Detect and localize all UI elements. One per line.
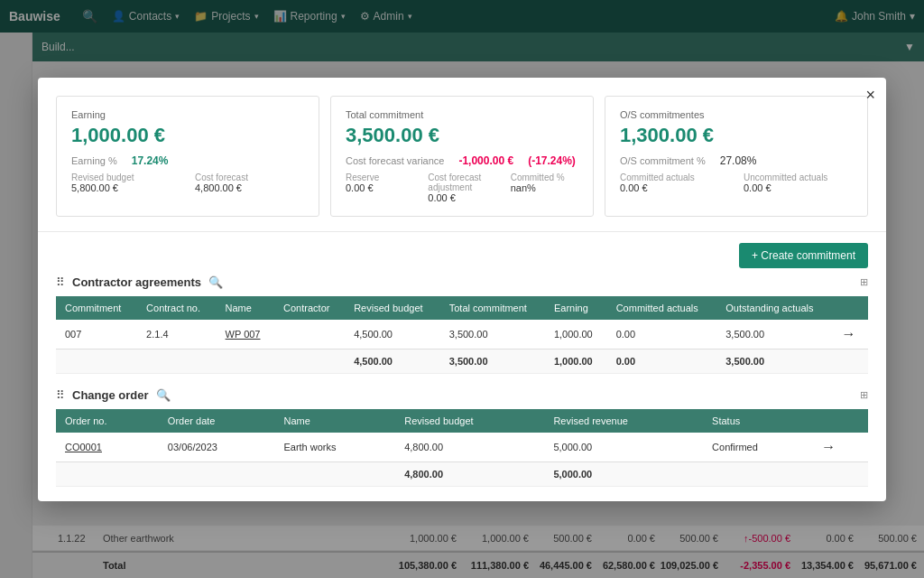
cell-revised-budget: 4,500.00 xyxy=(345,320,440,350)
cell-revised-revenue: 5,000.00 xyxy=(544,461,703,486)
change-order-header: ⠿ Change order 🔍 ⊞ xyxy=(56,388,868,402)
contractor-table-body: 007 2.1.4 WP 007 4,500.00 3,500.00 1,000… xyxy=(56,320,868,374)
cell-co-arrow xyxy=(812,461,868,486)
col-revised-revenue: Revised revenue xyxy=(544,409,703,433)
cell-co-revised-budget: 4,800.00 xyxy=(395,433,544,462)
change-order-table: Order no. Order date Name Revised budget… xyxy=(56,409,868,487)
col-outstanding-actuals: Outstanding actuals xyxy=(716,296,832,320)
change-order-title: Change order xyxy=(72,388,149,402)
action-bar: + Create commitment xyxy=(38,232,886,275)
change-order-header-row: Order no. Order date Name Revised budget… xyxy=(56,409,868,433)
earning-label: Earning xyxy=(71,109,304,120)
table-row: 007 2.1.4 WP 007 4,500.00 3,500.00 1,000… xyxy=(56,320,868,350)
cell-outstanding-actuals: 3,500.00 xyxy=(716,349,832,373)
col-committed-actuals: Committed actuals xyxy=(607,296,717,320)
create-commitment-button[interactable]: + Create commitment xyxy=(739,243,868,268)
earning-pct-label: Earning % xyxy=(71,155,117,166)
cell-order-date xyxy=(159,461,275,486)
modal-close-button[interactable]: × xyxy=(865,87,875,103)
os-pct-row: O/S commitment % 27.08% xyxy=(620,154,853,167)
col-co-action xyxy=(812,409,868,433)
cell-name[interactable]: WP 007 xyxy=(217,320,275,350)
cell-order-no[interactable]: CO0001 xyxy=(56,433,159,462)
cfv-pct: (-17.24%) xyxy=(528,154,576,167)
cell-contractor xyxy=(274,349,345,373)
total-commitment-label: Total commitment xyxy=(346,109,578,120)
cell-contract-no xyxy=(137,349,216,373)
change-order-expand-icon[interactable]: ⊞ xyxy=(860,389,868,401)
table-row: 4,500.00 3,500.00 1,000.00 0.00 3,500.00 xyxy=(56,349,868,373)
grid-icon-change-order: ⠿ xyxy=(56,388,65,402)
col-contract-no: Contract no. xyxy=(137,296,216,320)
contractor-search-icon[interactable]: 🔍 xyxy=(208,275,223,289)
modal-overlay: × Earning 1,000.00 € Earning % 17.24% Re… xyxy=(0,0,924,578)
cell-contract-no: 2.1.4 xyxy=(137,320,216,350)
change-order-search-icon[interactable]: 🔍 xyxy=(156,388,171,402)
table-row: CO0001 03/06/2023 Earth works 4,800.00 5… xyxy=(56,433,868,462)
contractor-agreements-section: ⠿ Contractor agreements 🔍 ⊞ Commitment C… xyxy=(38,275,886,388)
cfv-value: -1,000.00 € xyxy=(458,154,513,167)
cost-forecast-variance-row: Cost forecast variance -1,000.00 € (-17.… xyxy=(346,154,578,167)
col-order-no: Order no. xyxy=(56,409,159,433)
cell-outstanding-actuals: 3,500.00 xyxy=(716,320,832,350)
cell-revised-budget: 4,500.00 xyxy=(345,349,440,373)
os-details: Committed actuals 0.00 € Uncommitted act… xyxy=(620,172,853,193)
col-commitment: Commitment xyxy=(56,296,137,320)
cell-commitment: 007 xyxy=(56,320,137,350)
cell-commitment xyxy=(56,349,137,373)
stats-section: Earning 1,000.00 € Earning % 17.24% Revi… xyxy=(38,78,886,232)
contractor-agreements-table: Commitment Contract no. Name Contractor … xyxy=(56,296,868,374)
cell-total-commitment: 3,500.00 xyxy=(440,349,545,373)
os-commitments-value: 1,300.00 € xyxy=(620,124,853,147)
total-commitment-value: 3,500.00 € xyxy=(346,124,578,147)
contractor-agreements-header: ⠿ Contractor agreements 🔍 ⊞ xyxy=(56,275,868,289)
cell-contractor xyxy=(274,320,345,350)
cell-committed-actuals: 0.00 xyxy=(607,349,717,373)
cell-co-arrow[interactable]: → xyxy=(812,433,868,462)
earning-pct-value: 17.24% xyxy=(132,154,169,167)
cell-earning: 1,000.00 xyxy=(545,349,607,373)
cell-arrow xyxy=(833,349,868,373)
col-action xyxy=(833,296,868,320)
col-revised-budget: Revised budget xyxy=(345,296,440,320)
col-co-name: Name xyxy=(274,409,395,433)
cfv-label: Cost forecast variance xyxy=(346,155,444,166)
col-order-date: Order date xyxy=(159,409,275,433)
table-row: 4,800.00 5,000.00 xyxy=(56,461,868,486)
cell-co-name xyxy=(274,461,395,486)
contractor-agreements-title: Contractor agreements xyxy=(72,275,201,289)
col-earning: Earning xyxy=(545,296,607,320)
col-name: Name xyxy=(217,296,275,320)
earning-pct-row: Earning % 17.24% xyxy=(71,154,304,167)
earning-value: 1,000.00 € xyxy=(71,124,304,147)
cell-revised-revenue: 5,000.00 xyxy=(544,433,703,462)
contractor-expand-icon[interactable]: ⊞ xyxy=(860,276,868,288)
cell-earning: 1,000.00 xyxy=(545,320,607,350)
total-commitment-card: Total commitment 3,500.00 € Cost forecas… xyxy=(330,96,594,217)
cell-status xyxy=(703,461,812,486)
earning-details: Revised budget 5,800.00 € Cost forecast … xyxy=(71,172,304,193)
modal-dialog: × Earning 1,000.00 € Earning % 17.24% Re… xyxy=(38,78,886,501)
os-pct-value: 27.08% xyxy=(720,154,757,167)
cell-co-name: Earth works xyxy=(274,433,395,462)
total-commitment-details: Reserve 0.00 € Cost forecast adjustment … xyxy=(346,172,578,203)
cell-total-commitment: 3,500.00 xyxy=(440,320,545,350)
col-contractor: Contractor xyxy=(274,296,345,320)
os-commitments-label: O/S commitmentes xyxy=(620,109,853,120)
contractor-table-header-row: Commitment Contract no. Name Contractor … xyxy=(56,296,868,320)
os-pct-label: O/S commitment % xyxy=(620,155,706,166)
cell-name xyxy=(217,349,275,373)
cell-committed-actuals: 0.00 xyxy=(607,320,717,350)
cell-order-date: 03/06/2023 xyxy=(159,433,275,462)
cell-arrow[interactable]: → xyxy=(833,320,868,350)
cell-co-revised-budget: 4,800.00 xyxy=(395,461,544,486)
earning-card: Earning 1,000.00 € Earning % 17.24% Revi… xyxy=(56,96,319,217)
col-status: Status xyxy=(703,409,812,433)
col-co-revised-budget: Revised budget xyxy=(395,409,544,433)
os-commitments-card: O/S commitmentes 1,300.00 € O/S commitme… xyxy=(605,96,868,217)
change-order-table-body: CO0001 03/06/2023 Earth works 4,800.00 5… xyxy=(56,433,868,487)
grid-icon-contractor: ⠿ xyxy=(56,275,65,289)
cell-order-no xyxy=(56,461,159,486)
cell-status: Confirmed xyxy=(703,433,812,462)
col-total-commitment: Total commitment xyxy=(440,296,545,320)
